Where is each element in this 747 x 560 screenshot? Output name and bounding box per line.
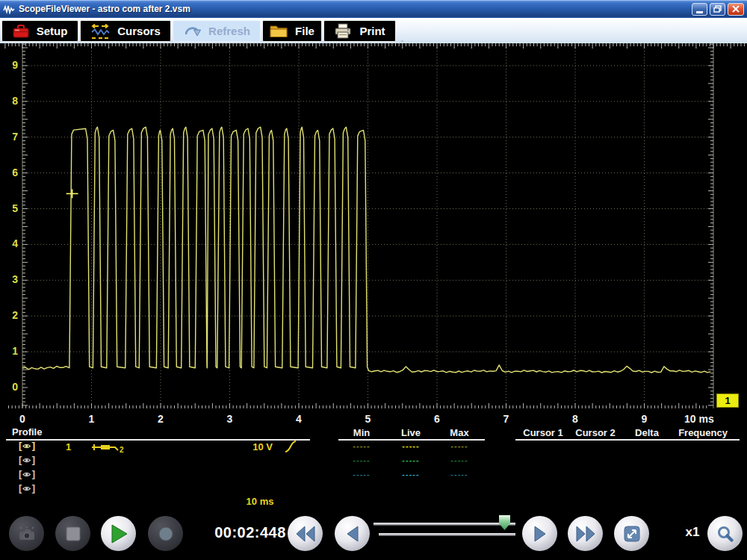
scope-plot-area[interactable] [0, 43, 747, 418]
channel-1-marker-badge[interactable]: 1 [716, 393, 739, 408]
refresh-icon [183, 23, 201, 40]
restore-icon [713, 5, 722, 13]
cursor2-header: Cursor 2 [569, 427, 622, 438]
cursors-icon [90, 22, 110, 40]
channel-visibility-toggle[interactable]: [] [19, 454, 35, 466]
playback-time: 00:02:448 [211, 524, 289, 541]
cursors-divider [515, 439, 740, 441]
measurements-divider [338, 439, 485, 441]
camera-icon [17, 526, 37, 541]
step-back-icon [345, 525, 360, 543]
zoom-level-label: x1 [676, 525, 709, 540]
measurement-max-ch2: ----- [436, 455, 483, 464]
measurement-max-ch3: ----- [436, 470, 483, 479]
cursor1-header: Cursor 1 [517, 427, 569, 438]
eye-icon [22, 442, 31, 450]
snapshot-button[interactable] [9, 516, 44, 551]
file-button-label: File [295, 25, 314, 37]
channel-scale-value: 10 V [243, 441, 273, 452]
cursors-button-label: Cursors [117, 25, 161, 37]
close-button[interactable] [728, 3, 744, 16]
refresh-button[interactable]: Refresh [173, 20, 261, 42]
measurement-live-ch1: ----- [387, 441, 435, 450]
title-bar: ScopeFileViewer - astro com after 2.vsm [0, 0, 747, 18]
restore-button[interactable] [710, 3, 725, 16]
delta-header: Delta [624, 427, 669, 438]
channel-number: 1 [66, 441, 71, 452]
fit-view-button[interactable] [614, 516, 649, 551]
profile-divider [6, 439, 310, 441]
channel-visibility-toggle[interactable]: [] [19, 468, 35, 480]
measurement-min-ch3: ----- [338, 470, 385, 479]
eye-icon [22, 485, 31, 493]
channel-visibility-toggle[interactable]: [] [19, 482, 35, 494]
fit-view-icon [622, 524, 642, 544]
record-icon [158, 526, 174, 542]
seek-slider-thumb[interactable] [499, 515, 510, 530]
file-button[interactable]: File [262, 20, 322, 42]
profile-header: Profile [12, 426, 42, 438]
print-button-label: Print [359, 25, 385, 37]
minimize-button[interactable] [692, 3, 707, 16]
channel-visibility-toggle[interactable]: [] [19, 440, 35, 452]
refresh-button-label: Refresh [208, 25, 250, 37]
zoom-button[interactable] [707, 516, 743, 551]
live-column-header: Live [388, 427, 433, 438]
play-button[interactable] [101, 516, 136, 551]
x-axis-end-label: 10 ms [684, 413, 714, 425]
min-column-header: Min [339, 427, 384, 438]
print-button[interactable]: Print [323, 20, 396, 42]
rising-edge-icon [284, 440, 297, 453]
measurement-live-ch3: ----- [387, 470, 435, 479]
eye-icon [22, 456, 31, 464]
timebase-value: 10 ms [238, 496, 282, 507]
measurement-live-ch2: ----- [387, 455, 435, 464]
measurement-min-ch2: ----- [338, 455, 385, 464]
measurement-max-ch1: ----- [436, 441, 483, 450]
fast-forward-icon [575, 525, 596, 543]
setup-button[interactable]: Setup [1, 20, 78, 42]
probe-icon: 2 [91, 441, 127, 454]
eye-icon [22, 470, 31, 479]
max-column-header: Max [437, 427, 482, 438]
play-icon [110, 524, 128, 544]
setup-button-label: Setup [37, 25, 68, 37]
rewind-icon [295, 525, 316, 543]
svg-text:2: 2 [120, 446, 124, 454]
window-title: ScopeFileViewer - astro com after 2.vsm [19, 4, 689, 14]
step-forward-icon [533, 525, 548, 543]
record-button[interactable] [148, 516, 183, 551]
step-back-button[interactable] [335, 516, 370, 551]
measurement-min-ch1: ----- [338, 441, 385, 450]
rewind-button[interactable] [288, 516, 323, 551]
fast-forward-button[interactable] [568, 516, 603, 551]
step-forward-button[interactable] [522, 516, 557, 551]
scope-file-viewer-window: ScopeFileViewer - astro com after 2.vsm … [0, 0, 747, 560]
magnifier-icon [716, 524, 735, 544]
waveform-icon [3, 4, 15, 14]
seek-slider-track[interactable] [374, 523, 515, 526]
frequency-header: Frequency [673, 427, 733, 438]
zoom-range-track[interactable] [379, 533, 515, 536]
folder-icon [270, 24, 288, 38]
close-icon [732, 5, 740, 13]
stop-button[interactable] [55, 516, 90, 551]
minimize-icon [696, 11, 703, 13]
toolbox-icon [13, 24, 29, 38]
stop-icon [66, 526, 81, 541]
printer-icon [334, 23, 352, 39]
toolbar: Setup Cursors Refresh [0, 18, 747, 43]
cursors-button[interactable]: Cursors [80, 20, 171, 42]
